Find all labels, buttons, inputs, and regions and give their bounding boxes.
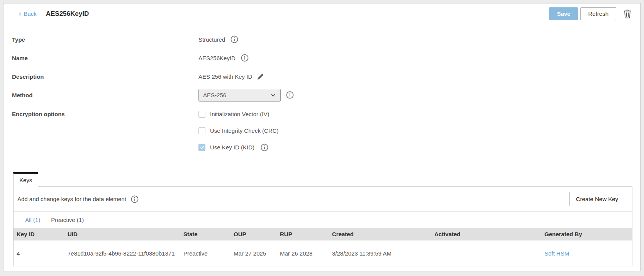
- encryption-options-label: Encryption options: [3, 106, 198, 117]
- cell-uid: 7e81d10a-92f5-4b96-8222-11f0380b1371: [64, 240, 180, 266]
- filter-all[interactable]: All (1): [25, 217, 40, 223]
- cell-key-id: 4: [14, 240, 64, 266]
- back-label: Back: [24, 10, 36, 17]
- method-select[interactable]: AES-256: [198, 89, 281, 102]
- save-button[interactable]: Save: [549, 7, 578, 20]
- cell-state: Preactive: [180, 240, 230, 266]
- filter-preactive[interactable]: Preactive (1): [51, 217, 84, 223]
- name-value: AES256KeyID: [198, 55, 236, 61]
- kid-label: Use Key ID (KID): [210, 144, 254, 151]
- cell-rup: Mar 26 2028: [276, 240, 328, 266]
- trash-icon: [623, 9, 632, 19]
- table-row[interactable]: 4 7e81d10a-92f5-4b96-8222-11f0380b1371 P…: [14, 240, 632, 266]
- col-created: Created: [328, 228, 430, 240]
- col-oup: OUP: [230, 228, 276, 240]
- option-initialization-vector: Initialization Vector (IV): [198, 106, 279, 122]
- create-new-key-button[interactable]: Create New Key: [569, 192, 625, 206]
- field-type: Type Structured: [3, 30, 640, 49]
- method-label: Method: [3, 92, 198, 98]
- keys-description: Add and change keys for the data element: [17, 196, 126, 202]
- tab-bar: Keys: [13, 172, 640, 186]
- option-key-id: Use Key ID (KID): [198, 139, 279, 156]
- keys-table: Key ID UID State OUP RUP Created Activat…: [14, 228, 632, 266]
- field-description: Description AES 256 with Key ID: [3, 67, 640, 86]
- check-icon: [200, 145, 205, 150]
- chevron-left-icon: ‹: [19, 10, 21, 17]
- description-value: AES 256 with Key ID: [198, 73, 252, 80]
- delete-button[interactable]: [623, 9, 632, 19]
- crc-label: Use Integrity Check (CRC): [210, 127, 279, 134]
- info-icon[interactable]: [286, 91, 294, 99]
- data-element-form: Type Structured Name AES256KeyID Descrip…: [3, 24, 640, 156]
- info-icon[interactable]: [261, 144, 268, 151]
- name-label: Name: [3, 55, 198, 61]
- col-rup: RUP: [276, 228, 328, 240]
- col-uid: UID: [64, 228, 180, 240]
- back-link[interactable]: ‹ Back: [19, 10, 37, 17]
- col-activated: Activated: [430, 228, 541, 240]
- iv-checkbox[interactable]: [198, 111, 205, 118]
- chevron-down-icon: [270, 92, 276, 98]
- page-header: ‹ Back AES256KeyID Save Refresh: [3, 3, 640, 24]
- col-key-id: Key ID: [14, 228, 64, 240]
- crc-checkbox[interactable]: [198, 127, 205, 134]
- keys-panel: Add and change keys for the data element…: [13, 186, 632, 266]
- pencil-icon: [257, 73, 264, 80]
- cell-oup: Mar 27 2025: [230, 240, 276, 266]
- type-label: Type: [3, 36, 198, 43]
- info-icon[interactable]: [131, 195, 139, 203]
- option-integrity-check: Use Integrity Check (CRC): [198, 122, 279, 139]
- field-name: Name AES256KeyID: [3, 49, 640, 67]
- col-generated-by: Generated By: [541, 228, 632, 240]
- description-label: Description: [3, 73, 198, 80]
- key-state-filters: All (1) Preactive (1): [14, 212, 632, 228]
- field-method: Method AES-256: [3, 86, 640, 104]
- page-title: AES256KeyID: [46, 10, 89, 18]
- field-encryption-options: Encryption options Initialization Vector…: [3, 106, 640, 156]
- detail-card: ‹ Back AES256KeyID Save Refresh Type Str…: [3, 3, 641, 271]
- tab-keys[interactable]: Keys: [13, 172, 38, 187]
- keys-panel-toolbar: Add and change keys for the data element…: [14, 187, 632, 212]
- iv-label: Initialization Vector (IV): [210, 111, 269, 117]
- refresh-button[interactable]: Refresh: [580, 7, 616, 20]
- type-value: Structured: [198, 36, 225, 43]
- generated-by-link[interactable]: Soft HSM: [544, 250, 569, 257]
- cell-created: 3/28/2023 11:39:59 AM: [328, 240, 430, 266]
- info-icon[interactable]: [241, 54, 249, 62]
- keys-table-header-row: Key ID UID State OUP RUP Created Activat…: [14, 228, 632, 240]
- edit-description-button[interactable]: [257, 73, 264, 80]
- info-icon[interactable]: [230, 36, 238, 43]
- cell-activated: [430, 240, 541, 266]
- method-selected-value: AES-256: [203, 92, 226, 98]
- col-state: State: [180, 228, 230, 240]
- kid-checkbox[interactable]: [198, 144, 205, 151]
